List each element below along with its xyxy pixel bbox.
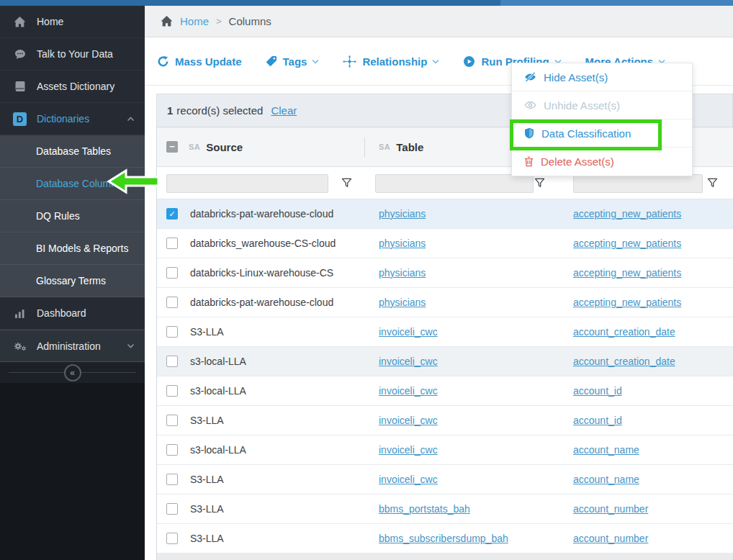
table-row[interactable]: s3-local-LLA invoiceli_cwc account_creat… — [157, 347, 733, 376]
select-all-checkbox[interactable] — [166, 141, 178, 153]
filter-funnel-icon[interactable] — [707, 178, 718, 188]
row-checkbox[interactable] — [166, 297, 178, 308]
source-cell: S3-LLA — [189, 503, 364, 515]
breadcrumb-home-link[interactable]: Home — [180, 15, 209, 27]
table-row[interactable]: S3-LLA bbms_portstats_bah account_number — [157, 494, 733, 524]
table-link[interactable]: invoiceli_cwc — [379, 444, 438, 456]
chevron-down-icon — [312, 59, 319, 64]
column-link[interactable]: account_number — [573, 503, 648, 515]
sidebar-item-administration[interactable]: Administration — [0, 330, 145, 362]
menu-item-hide-assets[interactable]: Hide Asset(s) — [512, 63, 692, 91]
row-checkbox[interactable] — [166, 444, 178, 456]
grid-body: databricks-pat-warehouse-cloud physician… — [157, 199, 733, 554]
menu-item-unhide-assets[interactable]: Unhide Asset(s) — [512, 91, 692, 119]
column-link[interactable]: account_id — [573, 385, 622, 397]
sidebar-item-label: Dictionaries — [37, 113, 89, 125]
row-checkbox[interactable] — [166, 267, 178, 279]
more-actions-menu: Hide Asset(s) Unhide Asset(s) Data Class… — [511, 63, 693, 176]
sidebar-subitem-label: BI Models & Reports — [36, 243, 128, 254]
breadcrumb: Home > Columns — [145, 6, 733, 37]
sidebar-item-bi-models-reports[interactable]: BI Models & Reports — [0, 232, 145, 265]
filter-funnel-icon[interactable] — [534, 178, 545, 188]
row-checkbox[interactable] — [166, 356, 178, 367]
column-link[interactable]: accepting_new_patients — [573, 297, 681, 308]
table-link[interactable]: invoiceli_cwc — [379, 326, 438, 338]
row-checkbox[interactable] — [166, 533, 178, 544]
source-filter-input[interactable] — [166, 174, 328, 193]
sidebar-item-label: Dashboard — [37, 307, 86, 319]
table-link[interactable]: invoiceli_cwc — [379, 385, 438, 397]
sidebar-item-dictionaries[interactable]: D Dictionaries — [0, 103, 145, 135]
table-row[interactable]: databricks-pat-warehouse-cloud physician… — [157, 199, 733, 229]
source-cell: s3-local-LLA — [189, 385, 364, 397]
table-row[interactable]: databricks-pat-warehouse-cloud physician… — [157, 288, 733, 317]
row-checkbox[interactable] — [166, 208, 178, 220]
column-link[interactable]: accepting_new_patients — [573, 267, 681, 279]
sidebar-item-home[interactable]: Home — [0, 6, 145, 38]
sidebar-item-dq-rules[interactable]: DQ Rules — [0, 200, 145, 232]
table-row[interactable]: S3-LLA invoiceli_cwc account_creation_da… — [157, 317, 733, 347]
relationship-button[interactable]: Relationship — [343, 55, 439, 68]
breadcrumb-current: Columns — [229, 15, 271, 27]
clear-selection-link[interactable]: Clear — [271, 104, 297, 117]
gears-icon — [12, 340, 27, 352]
table-filter-input[interactable] — [375, 174, 534, 193]
menu-item-delete-assets[interactable]: Delete Asset(s) — [512, 148, 692, 176]
filter-funnel-icon[interactable] — [341, 178, 352, 188]
table-link[interactable]: bbms_subscribersdump_bah — [379, 533, 508, 544]
table-link[interactable]: physicians — [379, 238, 426, 249]
table-link[interactable]: physicians — [379, 267, 426, 279]
play-circle-icon — [463, 55, 475, 68]
column-header-source[interactable]: SA Source — [189, 141, 364, 153]
row-checkbox[interactable] — [166, 238, 178, 249]
sort-badge: SA — [189, 143, 200, 151]
column-filter-input[interactable] — [573, 174, 703, 193]
table-link[interactable]: invoiceli_cwc — [379, 356, 438, 367]
table-link[interactable]: physicians — [379, 297, 426, 308]
sidebar-item-dashboard[interactable]: Dashboard — [0, 297, 145, 330]
chat-icon — [12, 49, 27, 60]
row-checkbox[interactable] — [166, 474, 178, 485]
table-link[interactable]: invoiceli_cwc — [379, 474, 438, 485]
table-link[interactable]: physicians — [379, 208, 426, 220]
column-link[interactable]: account_creation_date — [573, 326, 675, 338]
column-link[interactable]: accepting_new_patients — [573, 208, 681, 220]
tags-button[interactable]: Tags — [266, 55, 320, 68]
sidebar-item-label: Talk to Your Data — [37, 48, 113, 60]
table-row[interactable]: S3-LLA invoiceli_cwc account_name — [157, 465, 733, 494]
column-link[interactable]: account_number — [573, 533, 648, 544]
row-checkbox[interactable] — [166, 503, 178, 515]
column-link[interactable]: account_creation_date — [573, 356, 675, 367]
sidebar-item-assets-dictionary[interactable]: Assets Dictionary — [0, 71, 145, 103]
row-checkbox[interactable] — [166, 415, 178, 426]
table-row[interactable]: s3-local-LLA invoiceli_cwc account_name — [157, 435, 733, 465]
mass-update-button[interactable]: Mass Update — [157, 55, 242, 68]
data-grid: SA Source SA Table — [156, 127, 733, 560]
table-row[interactable]: databricks_warehouse-CS-cloud physicians… — [157, 229, 733, 258]
source-cell: s3-local-LLA — [189, 444, 364, 456]
table-link[interactable]: invoiceli_cwc — [379, 415, 438, 426]
column-link[interactable]: account_id — [573, 415, 622, 426]
sidebar-item-database-columns[interactable]: Database Columns — [0, 168, 145, 200]
sidebar-subitem-label: Database Columns — [36, 178, 122, 189]
table-row[interactable]: databricks-Linux-warehouse-CS physicians… — [157, 258, 733, 288]
column-link[interactable]: accepting_new_patients — [573, 238, 681, 249]
table-row[interactable]: S3-LLA invoiceli_cwc account_id — [157, 406, 733, 435]
menu-item-data-classification[interactable]: Data Classification — [512, 119, 692, 148]
sidebar-item-glossary-terms[interactable]: Glossary Terms — [0, 265, 145, 297]
sidebar-subitem-label: Database Tables — [36, 145, 111, 157]
table-link[interactable]: bbms_portstats_bah — [379, 503, 470, 515]
sidebar-item-database-tables[interactable]: Database Tables — [0, 135, 145, 168]
sidebar-collapse-button[interactable]: « — [64, 364, 81, 381]
table-row[interactable]: s3-local-LLA invoiceli_cwc account_id — [157, 376, 733, 406]
eye-icon — [524, 99, 536, 111]
sidebar-item-talk-to-your-data[interactable]: Talk to Your Data — [0, 38, 145, 71]
row-checkbox[interactable] — [166, 385, 178, 397]
chevron-down-icon — [432, 59, 439, 64]
column-link[interactable]: account_name — [573, 444, 639, 456]
home-icon — [161, 16, 173, 27]
row-checkbox[interactable] — [166, 326, 178, 338]
table-row[interactable]: S3-LLA bbms_subscribersdump_bah account_… — [157, 524, 733, 554]
column-divider — [364, 137, 365, 157]
column-link[interactable]: account_name — [573, 474, 639, 485]
